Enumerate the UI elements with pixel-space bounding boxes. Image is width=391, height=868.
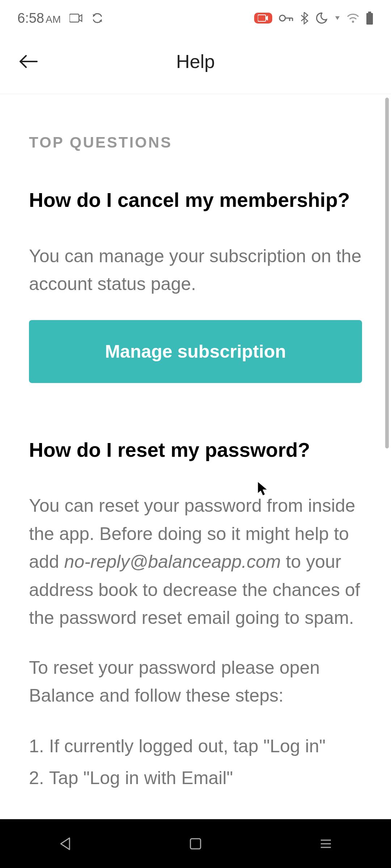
question-2-body-1: You can reset your password from inside … bbox=[29, 492, 362, 632]
manage-subscription-button[interactable]: Manage subscription bbox=[29, 320, 362, 383]
svg-rect-0 bbox=[70, 14, 79, 22]
question-1-title: How do I cancel my membership? bbox=[29, 187, 362, 213]
triangle-back-icon bbox=[59, 837, 72, 851]
navigation-bar bbox=[0, 819, 391, 868]
moon-icon bbox=[315, 12, 328, 25]
status-left: 6:58AM bbox=[17, 10, 104, 26]
key-icon bbox=[279, 14, 293, 22]
arrow-left-icon bbox=[18, 54, 38, 69]
back-button[interactable] bbox=[17, 51, 39, 72]
square-home-icon bbox=[189, 837, 202, 850]
help-content: TOP QUESTIONS How do I cancel my members… bbox=[0, 94, 391, 792]
section-label: TOP QUESTIONS bbox=[29, 134, 362, 151]
status-time: 6:58AM bbox=[17, 10, 61, 26]
signal-down-icon bbox=[335, 15, 340, 21]
nav-recents-button[interactable] bbox=[315, 833, 337, 855]
sync-icon bbox=[91, 12, 104, 24]
nav-home-button[interactable] bbox=[185, 833, 206, 855]
svg-rect-1 bbox=[258, 15, 266, 21]
question-1-body: You can manage your subscription on the … bbox=[29, 242, 362, 298]
list-item: Tap "Log in with Email" bbox=[29, 763, 362, 792]
svg-point-2 bbox=[279, 15, 285, 21]
svg-rect-7 bbox=[368, 12, 371, 13]
video-icon bbox=[70, 13, 83, 23]
wifi-icon bbox=[347, 13, 359, 23]
nav-back-button[interactable] bbox=[54, 833, 76, 855]
support-email: no-reply@balanceapp.com bbox=[64, 552, 281, 572]
status-bar: 6:58AM bbox=[0, 0, 391, 36]
record-badge-icon bbox=[254, 13, 272, 24]
battery-icon bbox=[366, 12, 374, 25]
hamburger-recents-icon bbox=[319, 838, 332, 850]
app-header: Help bbox=[0, 36, 391, 94]
status-right bbox=[254, 12, 374, 25]
svg-point-6 bbox=[352, 21, 354, 23]
svg-rect-10 bbox=[190, 839, 201, 849]
question-2-title: How do I reset my password? bbox=[29, 437, 362, 463]
svg-rect-8 bbox=[366, 13, 373, 25]
question-2-body-2: To reset your password please open Balan… bbox=[29, 654, 362, 710]
reset-steps-list: If currently logged out, tap "Log in" Ta… bbox=[29, 732, 362, 792]
page-title: Help bbox=[17, 51, 374, 72]
list-item: If currently logged out, tap "Log in" bbox=[29, 732, 362, 761]
bluetooth-icon bbox=[300, 12, 308, 25]
